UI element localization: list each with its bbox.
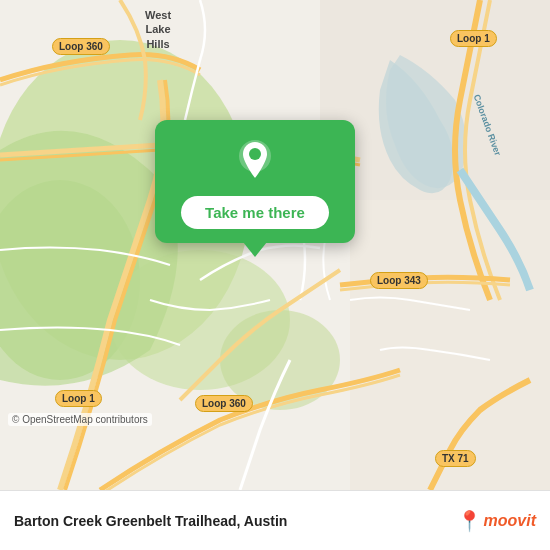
popup-arrow <box>243 242 267 257</box>
location-text: Barton Creek Greenbelt Trailhead, Austin <box>14 513 287 529</box>
loop343-label: Loop 343 <box>370 272 428 289</box>
location-pin-icon <box>233 138 277 182</box>
loop1-left-label: Loop 1 <box>55 390 102 407</box>
attribution-text: © OpenStreetMap contributors <box>8 413 152 426</box>
map-container: Loop 360 Loop 1 Loop 360 Loop 343 RM 224… <box>0 0 550 490</box>
svg-point-8 <box>249 148 261 160</box>
loop360-bottom-label: Loop 360 <box>195 395 253 412</box>
loop1-top-label: Loop 1 <box>450 30 497 47</box>
take-me-there-button[interactable]: Take me there <box>181 196 329 229</box>
moovit-brand-text: moovit <box>484 512 536 530</box>
bottom-bar: Barton Creek Greenbelt Trailhead, Austin… <box>0 490 550 550</box>
popup-card: Take me there <box>155 120 355 243</box>
loop360-top-label: Loop 360 <box>52 38 110 55</box>
west-lake-hills-label: WestLakeHills <box>145 8 171 51</box>
tx71-label: TX 71 <box>435 450 476 467</box>
moovit-pin-icon: 📍 <box>457 509 482 533</box>
moovit-logo: 📍 moovit <box>457 509 536 533</box>
